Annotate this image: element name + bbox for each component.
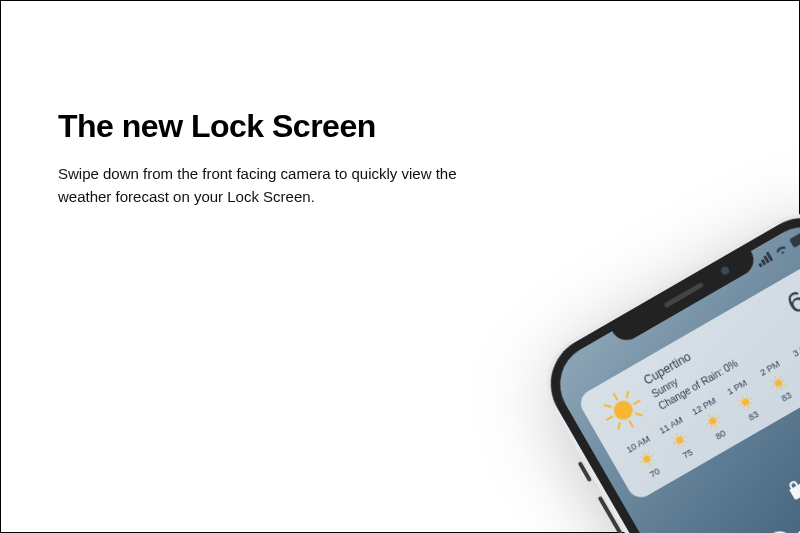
svg-line-35 — [710, 426, 712, 428]
svg-line-37 — [742, 396, 743, 398]
front-camera — [720, 265, 731, 276]
subhead: Swipe down from the front facing camera … — [58, 163, 478, 208]
svg-line-20 — [682, 444, 683, 446]
svg-line-50 — [771, 380, 773, 382]
svg-line-46 — [775, 377, 776, 379]
svg-line-1 — [614, 394, 617, 399]
svg-line-31 — [717, 417, 719, 418]
svg-point-45 — [773, 378, 783, 388]
sun-icon — [595, 382, 652, 439]
svg-line-13 — [651, 455, 653, 456]
svg-point-9 — [642, 454, 652, 464]
svg-line-10 — [643, 453, 644, 455]
svg-line-47 — [781, 387, 782, 389]
headline: The new Lock Screen — [58, 108, 478, 145]
svg-line-44 — [743, 407, 745, 409]
svg-line-12 — [641, 461, 643, 462]
svg-line-51 — [783, 384, 785, 386]
svg-point-18 — [675, 435, 685, 445]
svg-line-7 — [625, 392, 631, 398]
svg-line-28 — [709, 415, 710, 417]
svg-line-32 — [705, 418, 707, 420]
svg-line-17 — [644, 464, 646, 466]
svg-line-33 — [718, 422, 720, 424]
svg-line-22 — [684, 436, 686, 437]
wifi-icon — [772, 241, 790, 258]
svg-line-48 — [772, 385, 774, 386]
svg-line-41 — [738, 399, 740, 401]
svg-line-42 — [750, 403, 752, 405]
svg-point-27 — [708, 416, 718, 426]
svg-line-23 — [673, 437, 675, 439]
svg-line-34 — [713, 414, 715, 416]
svg-line-21 — [673, 442, 675, 443]
svg-line-4 — [634, 401, 639, 404]
svg-line-24 — [685, 441, 687, 443]
svg-line-25 — [680, 433, 682, 435]
svg-line-49 — [783, 379, 785, 380]
svg-line-3 — [607, 417, 612, 420]
svg-line-11 — [649, 463, 650, 465]
svg-line-19 — [676, 434, 677, 436]
svg-line-30 — [706, 423, 708, 424]
svg-line-29 — [715, 425, 716, 427]
svg-line-38 — [748, 406, 749, 408]
svg-line-6 — [636, 412, 642, 418]
svg-point-0 — [610, 397, 636, 423]
svg-line-40 — [750, 398, 752, 399]
svg-line-43 — [746, 395, 748, 397]
svg-line-14 — [640, 456, 642, 458]
svg-line-2 — [630, 421, 633, 426]
svg-line-53 — [776, 388, 778, 390]
weather-temp-now: 66° — [782, 271, 800, 320]
svg-line-8 — [616, 423, 622, 429]
svg-line-5 — [605, 403, 611, 409]
svg-line-26 — [677, 445, 679, 447]
svg-line-16 — [647, 452, 649, 454]
svg-line-52 — [779, 376, 781, 378]
svg-line-39 — [739, 404, 741, 405]
signal-icon — [754, 251, 773, 268]
battery-icon — [789, 229, 800, 248]
svg-point-36 — [741, 397, 751, 407]
svg-line-15 — [652, 460, 654, 462]
